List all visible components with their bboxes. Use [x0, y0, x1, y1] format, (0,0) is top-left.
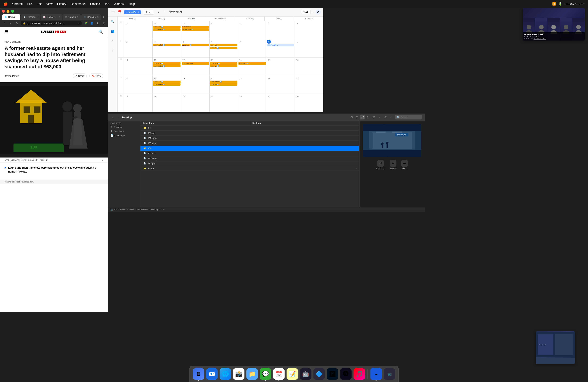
breadcrumb-334[interactable]: 334: [161, 208, 164, 211]
maximize-button[interactable]: [11, 10, 14, 13]
day-number-22[interactable]: 22: [267, 76, 271, 80]
menu-view[interactable]: View: [46, 2, 53, 6]
day-number-15[interactable]: 15: [267, 58, 271, 62]
menu-profiles[interactable]: Profiles: [90, 2, 100, 6]
event-28-1[interactable]: 13:00 NCA 🔄: [153, 26, 180, 28]
cal-day-5[interactable]: 5 11:30 NCA 🔄: [181, 39, 210, 57]
day-number-18[interactable]: 18: [153, 76, 157, 80]
day-number-11[interactable]: 11: [153, 58, 157, 62]
day-number-19[interactable]: 19: [182, 76, 186, 80]
dock-music[interactable]: 🎵: [354, 368, 365, 380]
share-button[interactable]: ↗ Share: [73, 74, 87, 78]
event-13-1[interactable]: 12:30 NCA 🔄: [210, 62, 237, 65]
finder-sidebar-downloads[interactable]: ⬇ Downloads: [108, 129, 140, 133]
day-number-12[interactable]: 12: [182, 58, 186, 62]
finder-tag-button[interactable]: 🏷: [383, 115, 387, 119]
day-number-16[interactable]: 16: [295, 58, 299, 62]
event-29-1[interactable]: 10:00 Framer: [182, 26, 209, 28]
cal-day-26[interactable]: 26: [181, 94, 210, 112]
cal-day-21[interactable]: 21: [238, 76, 266, 94]
day-number-2[interactable]: 2: [295, 21, 299, 25]
calendar-more-icon[interactable]: ⋮: [109, 47, 116, 53]
finder-column-view-button[interactable]: ⋮⋮: [360, 115, 365, 119]
month-view-button[interactable]: Month: [301, 10, 311, 14]
forward-button[interactable]: ›: [8, 21, 13, 25]
apple-logo-icon[interactable]: 🍎: [3, 2, 8, 6]
file-item-333[interactable]: 📄 333.jpeg: [141, 141, 359, 146]
download-button[interactable]: ⬇: [95, 21, 100, 25]
event-4-1[interactable]: 15:00 Marketi 🔄: [153, 44, 180, 46]
markup-button[interactable]: ✏ Markup: [390, 160, 397, 169]
event-11-1[interactable]: 13:00 NCA 🔄: [153, 62, 180, 65]
day-number-24[interactable]: 24: [125, 95, 128, 99]
cal-day-25[interactable]: 25: [152, 94, 181, 112]
menu-chrome[interactable]: Chrome: [12, 2, 23, 6]
day-number-28[interactable]: 28: [153, 21, 157, 25]
event-6-1[interactable]: 12:30 NCA/: [210, 44, 237, 46]
calendar-tasks-icon[interactable]: ✓: [109, 37, 116, 44]
dock-photos[interactable]: 📸: [233, 368, 245, 380]
tab-close-social[interactable]: ✕: [59, 16, 60, 18]
cal-day-28[interactable]: 28 13:00 NCA 🔄 16:15 Marketi 🔄: [152, 21, 181, 39]
search-icon[interactable]: 🔍: [98, 29, 103, 34]
cal-day-13[interactable]: 13 12:30 NCA 🔄 13:00 No 🔄: [210, 58, 238, 76]
day-number-30[interactable]: 30: [210, 21, 214, 25]
cal-day-4[interactable]: 4 15:00 Marketi 🔄: [152, 39, 181, 57]
event-18-2[interactable]: 15:00 Marketi 🔄: [153, 83, 180, 86]
day-number-14[interactable]: 14: [238, 58, 242, 62]
tab-close-records[interactable]: ✕: [37, 16, 38, 18]
calendar-search-icon[interactable]: 🔍: [109, 19, 116, 25]
hamburger-menu-icon[interactable]: ☰: [5, 29, 8, 34]
dock-share-screen[interactable]: 📺: [384, 368, 395, 380]
cal-day-27[interactable]: 27: [124, 21, 152, 39]
event-28-2[interactable]: 16:15 Marketi 🔄: [153, 28, 180, 31]
menu-edit[interactable]: Edit: [37, 2, 42, 6]
file-item-335[interactable]: 📄 335.avif: [141, 151, 359, 156]
dock-notes[interactable]: 📝: [287, 368, 298, 380]
tab-seattle[interactable]: 🗺 Seattle ✕: [63, 14, 81, 20]
dock-safari[interactable]: 🌐: [220, 368, 231, 380]
cal-day-17[interactable]: 17: [124, 76, 152, 94]
dock-files[interactable]: 📁: [247, 368, 258, 380]
dock-ai[interactable]: 🤖: [300, 368, 312, 380]
tab-close-seattle[interactable]: ✕: [77, 16, 79, 18]
day-number-31[interactable]: 31: [238, 21, 242, 25]
file-item-332[interactable]: 📄 332.webp: [141, 136, 359, 141]
tab-social[interactable]: 📊 Social S... ✕: [41, 14, 62, 20]
new-event-button[interactable]: + New Event: [124, 10, 141, 14]
finder-share-button[interactable]: ↑: [377, 115, 382, 119]
cal-day-27b[interactable]: 27: [210, 94, 238, 112]
day-number-23[interactable]: 23: [295, 76, 299, 80]
menu-window[interactable]: Window: [114, 2, 124, 6]
day-number-28b[interactable]: 28: [238, 95, 242, 99]
prev-month-button[interactable]: ‹: [156, 9, 161, 15]
rotate-left-button[interactable]: ↺ Rotate Left: [376, 160, 385, 169]
breadcrumb-macintosh[interactable]: 💻 Macintosh HD: [110, 208, 126, 211]
tab-spoofi[interactable]: 🎵 Spoofi... ✕: [81, 14, 101, 20]
finder-more-button[interactable]: ⋯: [388, 115, 393, 119]
tab-records[interactable]: 📋 Records ✕: [21, 14, 41, 20]
file-item-331[interactable]: 📄 331.avif: [141, 130, 359, 136]
file-item-broker[interactable]: 📁 Broker ›: [141, 166, 359, 171]
finder-group-button[interactable]: ⊞: [372, 115, 376, 119]
day-number-5[interactable]: 5: [182, 40, 186, 44]
breadcrumb-desktop[interactable]: Desktop: [151, 208, 158, 211]
new-tab-button[interactable]: +: [101, 15, 106, 20]
finder-back-button[interactable]: ‹: [110, 115, 115, 119]
day-number-1[interactable]: 1: [267, 21, 271, 25]
calendar-menu-icon[interactable]: ☰: [110, 9, 116, 15]
dock-ae[interactable]: 🅐: [340, 368, 352, 380]
cal-day-31[interactable]: 31: [238, 21, 266, 39]
cal-day-12[interactable]: 12 13:00 NCA Staff: [181, 58, 210, 76]
day-number-29[interactable]: 29: [182, 21, 186, 25]
menu-tab[interactable]: Tab: [105, 2, 109, 6]
profile-button[interactable]: 👤: [89, 21, 94, 25]
dock-messages[interactable]: 💬: [260, 368, 271, 380]
finder-sidebar-desktop[interactable]: 🖥 Desktop: [108, 125, 140, 129]
finder-forward-button[interactable]: ›: [116, 115, 120, 119]
cal-day-9[interactable]: 9: [295, 39, 323, 57]
event-14-1[interactable]: 15:00 Data 🔄: [238, 62, 266, 65]
event-20-1[interactable]: 11:00 Marketi 🔄: [210, 81, 237, 83]
save-button[interactable]: 🔖 Save: [89, 74, 103, 78]
cal-day-8-today[interactable]: 8 13:00 1:1 Efe &: [266, 39, 295, 57]
